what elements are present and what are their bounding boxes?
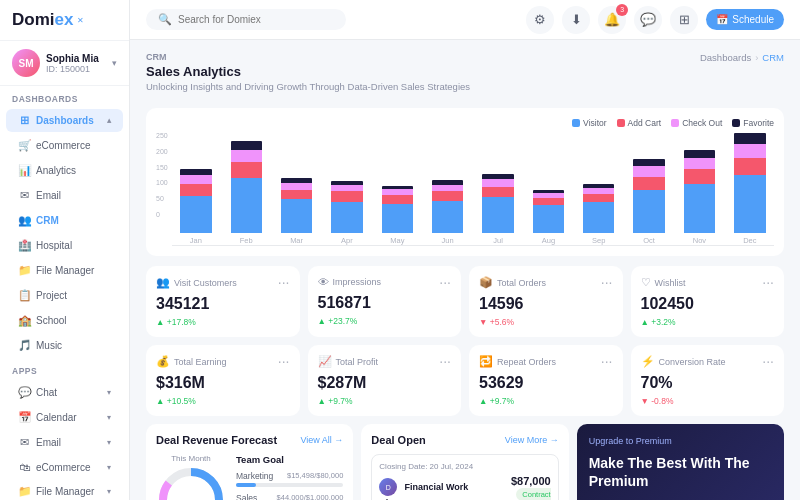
stat-menu-conversion-rate[interactable]: ··· bbox=[762, 358, 774, 365]
main-area: 🔍 ⚙ ⬇ 🔔 3 💬 ⊞ 📅 Schedule Dashboards › CR… bbox=[130, 0, 800, 500]
sidebar-item-music[interactable]: 🎵 Music bbox=[6, 334, 123, 357]
sidebar-item-label: Music bbox=[36, 340, 62, 351]
chart-bar-group: Feb bbox=[222, 141, 270, 245]
deal-revenue-view-all[interactable]: View All → bbox=[300, 435, 343, 445]
sidebar-item-ecommerce-app[interactable]: 🛍 eCommerce ▾ bbox=[6, 456, 123, 478]
stat-menu-total-profit[interactable]: ··· bbox=[439, 358, 451, 365]
sidebar-item-project[interactable]: 📋 Project bbox=[6, 284, 123, 307]
schedule-button[interactable]: 📅 Schedule bbox=[706, 9, 784, 30]
y-label-200: 200 bbox=[156, 148, 168, 155]
sidebar-item-dashboards[interactable]: ⊞ Dashboards ▴ bbox=[6, 109, 123, 132]
stat-menu-repeat-orders[interactable]: ··· bbox=[601, 358, 613, 365]
schedule-label: Schedule bbox=[732, 14, 774, 25]
chart-bar-group: Nov bbox=[675, 150, 723, 245]
stat-change-repeat-orders: ▲ +9.7% bbox=[479, 396, 613, 406]
stat-card-repeat-orders: 🔁 Repeat Orders ··· 53629 ▲ +9.7% bbox=[469, 345, 623, 416]
goal-bars: Marketing$15,498/$80,000 Sales Revenue$4… bbox=[236, 471, 343, 500]
chart-bar-group: Aug bbox=[524, 190, 572, 245]
grid-icon-btn[interactable]: ⊞ bbox=[670, 6, 698, 34]
sidebar-item-crm[interactable]: 👥 CRM bbox=[6, 209, 123, 232]
stat-change-total-orders: ▼ +5.6% bbox=[479, 317, 613, 327]
sidebar-item-label: School bbox=[36, 315, 67, 326]
stat-menu-impressions[interactable]: ··· bbox=[439, 279, 451, 286]
sidebar-item-label: File Manager bbox=[36, 265, 94, 276]
notification-icon-btn[interactable]: 🔔 3 bbox=[598, 6, 626, 34]
chart-bar-group: Jun bbox=[423, 180, 471, 245]
stat-value-repeat-orders: 53629 bbox=[479, 374, 613, 392]
chart-bar-group: Mar bbox=[272, 178, 320, 245]
chevron-up-icon: ▴ bbox=[107, 116, 111, 125]
sidebar-item-hospital[interactable]: 🏥 Hospital bbox=[6, 234, 123, 257]
deal-items: Closing Date: 20 Jul, 2024 D Financial W… bbox=[371, 454, 558, 500]
deal-open-title: Deal Open bbox=[371, 434, 425, 446]
chart-bar-group: Oct bbox=[625, 159, 673, 245]
music-icon: 🎵 bbox=[18, 339, 30, 352]
sidebar-item-analytics[interactable]: 📊 Analytics bbox=[6, 159, 123, 182]
stat-menu-total-orders[interactable]: ··· bbox=[601, 279, 613, 286]
deal-open-card: Deal Open View More → Closing Date: 20 J… bbox=[361, 424, 568, 500]
settings-icon-btn[interactable]: ⚙ bbox=[526, 6, 554, 34]
sidebar-item-email-app[interactable]: ✉ Email ▾ bbox=[6, 431, 123, 454]
user-profile[interactable]: SM Sophia Mia ID: 150001 ▾ bbox=[0, 41, 129, 86]
stat-change-visit-customers: ▲ +17.8% bbox=[156, 317, 290, 327]
y-label-100: 100 bbox=[156, 179, 168, 186]
stat-value-total-profit: $287M bbox=[318, 374, 452, 392]
chart-bar-group: Dec bbox=[726, 133, 774, 245]
sidebar-item-file-manager[interactable]: 📁 File Manager bbox=[6, 259, 123, 282]
stat-menu-wishlist[interactable]: ··· bbox=[762, 279, 774, 286]
legend-items: Visitor Add Cart Check Out Favorite bbox=[572, 118, 774, 128]
deal-open-view-more[interactable]: View More → bbox=[505, 435, 559, 445]
schedule-icon: 📅 bbox=[716, 14, 728, 25]
stats-row-2: 💰 Total Earning ··· $316M ▲ +10.5% 📈 Tot… bbox=[146, 345, 784, 416]
download-icon-btn[interactable]: ⬇ bbox=[562, 6, 590, 34]
legend-favorite: Favorite bbox=[732, 118, 774, 128]
sidebar-item-label: Dashboards bbox=[36, 115, 94, 126]
message-icon-btn[interactable]: 💬 bbox=[634, 6, 662, 34]
sidebar-item-label: Email bbox=[36, 190, 61, 201]
stat-change-total-profit: ▲ +9.7% bbox=[318, 396, 452, 406]
legend-addcart: Add Cart bbox=[617, 118, 662, 128]
sidebar-item-calendar[interactable]: 📅 Calendar ▾ bbox=[6, 406, 123, 429]
hospital-icon: 🏥 bbox=[18, 239, 30, 252]
search-input[interactable] bbox=[178, 14, 334, 25]
sidebar-item-label: Email bbox=[36, 437, 61, 448]
breadcrumb: Dashboards › CRM bbox=[700, 52, 784, 63]
deal-row: D Financial Work History $87,000 Contrac… bbox=[379, 475, 550, 500]
stat-value-visit-customers: 345121 bbox=[156, 295, 290, 313]
sidebar-item-label: Chat bbox=[36, 387, 57, 398]
breadcrumb-current: CRM bbox=[762, 52, 784, 63]
sidebar-item-label: Project bbox=[36, 290, 67, 301]
crm-icon: 👥 bbox=[18, 214, 30, 227]
stat-value-total-orders: 14596 bbox=[479, 295, 613, 313]
sidebar-item-label: File Manager bbox=[36, 486, 94, 497]
stat-value-wishlist: 102450 bbox=[641, 295, 775, 313]
page-subtitle: Unlocking Insights and Driving Growth Th… bbox=[146, 81, 784, 92]
legend-checkout: Check Out bbox=[671, 118, 722, 128]
donut-chart bbox=[156, 465, 226, 500]
chevron-icon: ▾ bbox=[107, 438, 111, 447]
sidebar-item-file-manager-app[interactable]: 📁 File Manager ▾ bbox=[6, 480, 123, 500]
search-icon: 🔍 bbox=[158, 13, 172, 26]
sidebar-section-apps: APPS bbox=[0, 358, 129, 380]
sidebar-item-label: Analytics bbox=[36, 165, 76, 176]
chart-bar-group: Jul bbox=[474, 174, 522, 245]
y-label-50: 50 bbox=[156, 195, 168, 202]
sidebar-item-chat[interactable]: 💬 Chat ▾ bbox=[6, 381, 123, 404]
upgrade-card: Upgrade to Premium Make The Best With Th… bbox=[577, 424, 784, 500]
page-header: Dashboards › CRM CRM Sales Analytics Unl… bbox=[146, 52, 784, 100]
sidebar-item-email[interactable]: ✉ Email bbox=[6, 184, 123, 207]
sidebar-item-ecommerce[interactable]: 🛒 eCommerce bbox=[6, 134, 123, 157]
sidebar-item-school[interactable]: 🏫 School bbox=[6, 309, 123, 332]
donut-label: This Month bbox=[171, 454, 211, 463]
ecommerce-icon: 🛒 bbox=[18, 139, 30, 152]
stat-menu-total-earning[interactable]: ··· bbox=[278, 358, 290, 365]
user-id: ID: 150001 bbox=[46, 64, 106, 74]
y-label-150: 150 bbox=[156, 164, 168, 171]
stat-menu-visit-customers[interactable]: ··· bbox=[278, 279, 290, 286]
page-title: Sales Analytics bbox=[146, 64, 784, 79]
breadcrumb-home: Dashboards bbox=[700, 52, 751, 63]
search-bar[interactable]: 🔍 bbox=[146, 9, 346, 30]
deal-date: Closing Date: 20 Jul, 2024 bbox=[379, 462, 550, 471]
chart-bar-group: May bbox=[373, 186, 421, 245]
chart-body: 250 200 150 100 50 0 Jan Feb bbox=[156, 132, 774, 246]
